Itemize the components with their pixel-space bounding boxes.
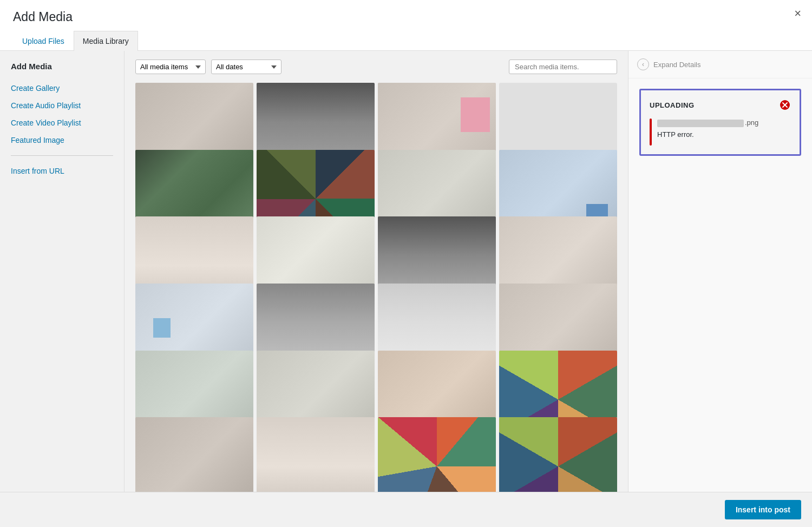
upload-item: .png HTTP error. <box>650 118 791 146</box>
close-circle-icon <box>780 100 790 110</box>
content-toolbar: All media items Images Audio Video All d… <box>125 51 628 83</box>
tab-media-library[interactable]: Media Library <box>74 31 138 51</box>
sidebar-divider <box>11 155 113 156</box>
modal-header: Add Media Upload Files Media Library × <box>0 0 812 51</box>
upload-filename: .png <box>657 118 791 127</box>
upload-error-message: HTTP error. <box>657 130 791 139</box>
sidebar-item-create-gallery[interactable]: Create Gallery <box>0 80 124 97</box>
sidebar-item-create-video-playlist[interactable]: Create Video Playlist <box>0 114 124 131</box>
upload-header: UPLOADING <box>650 99 791 111</box>
upload-item-info: .png HTTP error. <box>657 118 791 139</box>
modal-close-button[interactable]: × <box>794 8 801 19</box>
sidebar-item-featured-image[interactable]: Featured Image <box>0 131 124 149</box>
sidebar-secondary-nav: Insert from URL <box>0 162 124 180</box>
sidebar-item-create-audio-playlist[interactable]: Create Audio Playlist <box>0 97 124 114</box>
sidebar-item-insert-from-url[interactable]: Insert from URL <box>0 162 124 180</box>
upload-filename-masked <box>657 120 744 127</box>
upload-title: UPLOADING <box>650 101 695 109</box>
upload-panel: UPLOADING .png <box>639 89 801 156</box>
sidebar-nav: Create Gallery Create Audio Playlist Cre… <box>0 80 124 149</box>
insert-into-post-button[interactable]: Insert into post <box>725 500 801 519</box>
media-item[interactable] <box>499 417 617 492</box>
modal-title: Add Media <box>13 10 138 24</box>
filter-media-select[interactable]: All media items Images Audio Video <box>135 60 206 74</box>
upload-close-button[interactable] <box>779 99 791 111</box>
filter-date-select[interactable]: All dates 2024 2023 <box>211 60 281 74</box>
media-item[interactable] <box>257 417 375 492</box>
modal-footer: Insert into post <box>0 492 812 527</box>
expand-details-button[interactable]: ‹ Expand Details <box>628 51 812 78</box>
media-item[interactable] <box>135 417 253 492</box>
right-panel: ‹ Expand Details UPLOADING <box>628 51 812 492</box>
add-media-modal: Add Media Upload Files Media Library × A… <box>0 0 812 527</box>
modal-body: Add Media Create Gallery Create Audio Pl… <box>0 51 812 492</box>
expand-icon: ‹ <box>637 58 649 70</box>
search-input[interactable] <box>509 60 617 74</box>
tab-upload-files[interactable]: Upload Files <box>13 31 74 51</box>
tabs-container: Upload Files Media Library <box>13 31 138 50</box>
sidebar-title: Add Media <box>0 62 124 80</box>
media-grid <box>125 83 628 492</box>
sidebar: Add Media Create Gallery Create Audio Pl… <box>0 51 125 492</box>
media-item[interactable] <box>378 417 496 492</box>
upload-filename-ext: .png <box>745 118 758 127</box>
upload-error-indicator <box>650 118 652 146</box>
content-area: All media items Images Audio Video All d… <box>125 51 628 492</box>
